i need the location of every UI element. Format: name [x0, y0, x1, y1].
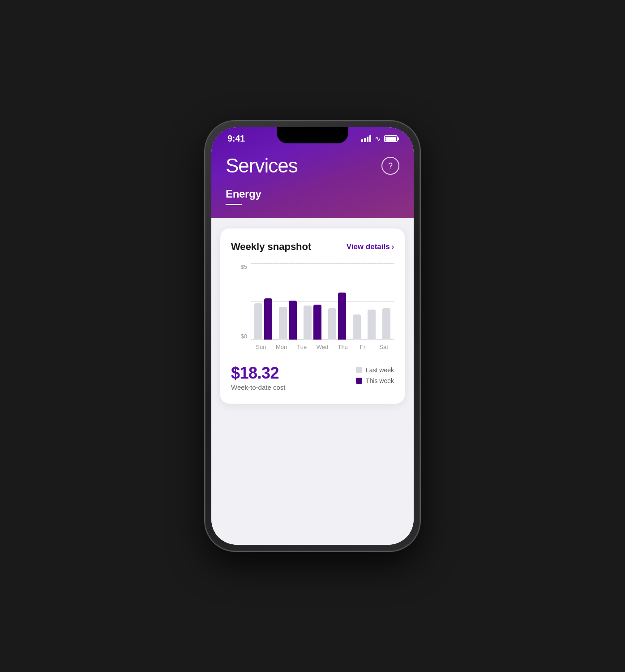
bar-group-mon — [279, 301, 297, 340]
signal-icon — [361, 135, 371, 142]
x-label-wed: Wed — [312, 344, 332, 350]
cost-label: Week-to-date cost — [231, 383, 285, 391]
help-icon: ? — [388, 161, 393, 171]
x-label-thu: Thu — [333, 344, 353, 350]
bar-this-week-wed — [338, 293, 346, 340]
chart-y-labels: $5 $0 — [231, 263, 247, 340]
wifi-icon: ∿ — [375, 134, 381, 143]
bar-group-thu — [353, 314, 361, 340]
x-label-tue: Tue — [292, 344, 312, 350]
chart-legend: Last week This week — [356, 364, 394, 384]
view-details-link[interactable]: View details › — [347, 242, 394, 251]
legend-item-this-week: This week — [356, 377, 394, 384]
bar-this-week-tue — [313, 305, 321, 340]
bar-group-sat — [382, 308, 390, 340]
bar-group-sun — [254, 298, 272, 340]
subtitle-underline — [226, 204, 242, 205]
bar-last-week-fri — [368, 310, 376, 340]
phone-inner: 9:41 ∿ Services — [211, 127, 414, 545]
bar-last-week-sun — [254, 303, 262, 340]
bar-group-wed — [328, 293, 346, 340]
legend-label-this-week: This week — [366, 377, 394, 384]
x-label-sun: Sun — [251, 344, 271, 350]
bar-last-week-wed — [328, 308, 336, 340]
header-subtitle-row: Energy — [211, 181, 414, 218]
chart-container: $5 $0 — [231, 263, 394, 353]
x-label-fri: Fri — [353, 344, 373, 350]
bar-this-week-sun — [264, 298, 272, 340]
bars-group — [251, 263, 394, 340]
x-label-mon: Mon — [272, 344, 291, 350]
battery-icon — [384, 135, 398, 142]
phone-wrapper: 9:41 ∿ Services — [205, 121, 420, 551]
cost-section: $18.32 Week-to-date cost — [231, 364, 285, 391]
status-time: 9:41 — [227, 134, 245, 144]
legend-dot-last-week — [356, 367, 362, 373]
phone-outer: 9:41 ∿ Services — [205, 121, 420, 551]
bar-last-week-sat — [382, 308, 390, 340]
y-label-top: $5 — [231, 263, 247, 270]
view-details-label: View details — [347, 242, 390, 251]
bar-last-week-mon — [279, 307, 287, 340]
bar-group-fri — [368, 310, 376, 340]
help-button[interactable]: ? — [381, 157, 399, 175]
notch — [277, 127, 348, 143]
screen: 9:41 ∿ Services — [211, 127, 414, 545]
card-header: Weekly snapshot View details › — [231, 241, 394, 253]
header-subtitle: Energy — [226, 188, 399, 200]
card-footer: $18.32 Week-to-date cost Last week — [231, 364, 394, 391]
cost-amount: $18.32 — [231, 364, 285, 383]
bar-this-week-mon — [289, 301, 297, 340]
status-icons: ∿ — [361, 134, 398, 143]
header-title-row: Services ? — [211, 147, 414, 181]
bar-last-week-thu — [353, 314, 361, 340]
x-label-sat: Sat — [374, 344, 394, 350]
chart-area — [251, 263, 394, 340]
weekly-snapshot-card: Weekly snapshot View details › $5 $0 — [220, 228, 405, 404]
page-title: Services — [226, 155, 298, 177]
card-title: Weekly snapshot — [231, 241, 311, 253]
content-area: Weekly snapshot View details › $5 $0 — [211, 218, 414, 545]
chevron-right-icon: › — [392, 243, 394, 251]
legend-dot-this-week — [356, 378, 362, 384]
y-label-bottom: $0 — [231, 333, 247, 340]
legend-item-last-week: Last week — [356, 366, 394, 374]
bar-group-tue — [304, 305, 321, 340]
chart-x-labels: SunMonTueWedThuFriSat — [251, 340, 394, 353]
bar-last-week-tue — [304, 306, 312, 340]
legend-label-last-week: Last week — [366, 366, 394, 374]
